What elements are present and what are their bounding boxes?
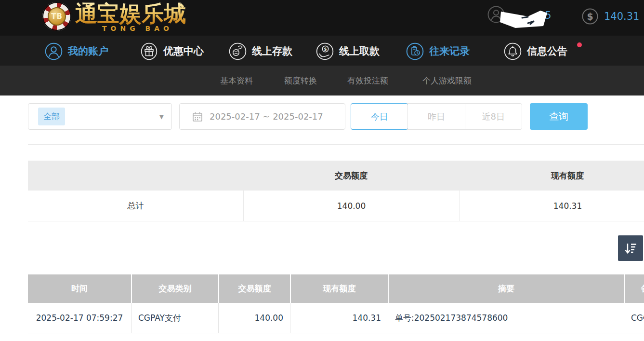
summary-header-blank <box>28 161 243 191</box>
sub-nav: 基本资料 额度转换 有效投注额 个人游戏限额 <box>0 66 644 95</box>
balance-amount: 140.31 <box>604 11 639 22</box>
nav-item-online-withdrawal[interactable]: $ 线上取款 <box>316 36 380 66</box>
summary-table: 交易额度 现有额度 总计 140.00 140.31 <box>28 161 644 221</box>
records-icon <box>406 42 424 60</box>
nav-label: 信息公告 <box>527 44 567 58</box>
nav-label: 我的账户 <box>68 44 108 58</box>
chevron-down-icon: ▼ <box>159 113 164 120</box>
chip-logo-icon: TB <box>42 2 71 31</box>
svg-text:$: $ <box>587 11 593 22</box>
col-header-current-amount: 现有额度 <box>290 274 388 303</box>
selected-type-chip: 全部 <box>38 108 65 125</box>
sort-descending-button[interactable] <box>618 235 643 261</box>
summary-total-label: 总计 <box>28 191 243 221</box>
balance-display: $ 140.31 RMB <box>582 7 644 26</box>
nav-item-announcements[interactable]: 信息公告 <box>504 36 567 66</box>
subnav-valid-bets[interactable]: 有效投注额 <box>347 66 388 95</box>
bell-icon <box>504 42 522 60</box>
quick-yesterday-button[interactable]: 昨日 <box>407 104 464 129</box>
date-range-value: 2025-02-17 ~ 2025-02-17 <box>210 111 323 122</box>
col-header-trade-amount: 交易额度 <box>218 274 290 303</box>
subnav-quota-transfer[interactable]: 额度转换 <box>284 66 317 95</box>
col-header-remark: 备注 <box>624 274 644 303</box>
table-header-row: 时间 交易类别 交易额度 现有额度 摘要 备注 <box>28 274 644 303</box>
nav-item-online-deposit[interactable]: 线上存款 <box>229 36 292 66</box>
section-divider <box>28 144 644 145</box>
quick-last8days-button[interactable]: 近8日 <box>465 104 522 129</box>
nav-item-promotions[interactable]: 优惠中心 <box>140 36 204 66</box>
withdraw-icon: $ <box>316 42 334 60</box>
summary-total-row: 总计 140.00 140.31 <box>28 191 644 221</box>
quick-today-button[interactable]: 今日 <box>351 103 408 130</box>
summary-header-trade-amount: 交易额度 <box>243 161 459 191</box>
chip-logo-monogram: TB <box>48 7 66 26</box>
svg-text:$: $ <box>324 47 327 52</box>
notification-dot <box>577 42 582 47</box>
top-bar: TB 通宝娱乐城 TONG BAO 25 $ 140.31 RMB <box>0 0 644 36</box>
col-header-summary: 摘要 <box>388 274 624 303</box>
summary-balance-value: 140.31 <box>459 191 644 221</box>
summary-header-row: 交易额度 现有额度 <box>28 161 644 191</box>
summary-header-current-amount: 现有额度 <box>459 161 644 191</box>
nav-label: 线上存款 <box>252 44 292 58</box>
nav-label: 往来记录 <box>429 44 470 58</box>
transaction-type-select[interactable]: 全部 ▼ <box>28 103 172 130</box>
redaction-scribble <box>500 7 551 29</box>
col-header-type: 交易类别 <box>131 274 218 303</box>
query-button[interactable]: 查询 <box>530 103 588 130</box>
gift-icon <box>140 42 158 60</box>
cell-time: 2025-02-17 07:59:27 <box>28 303 131 333</box>
quick-date-group: 今日 昨日 近8日 <box>351 103 522 130</box>
deposit-icon <box>229 42 247 60</box>
subnav-game-limits[interactable]: 个人游戏限额 <box>422 66 472 95</box>
brand-subtitle: TONG BAO <box>102 25 173 32</box>
cell-trade-amount: 140.00 <box>218 303 290 333</box>
nav-item-transaction-records[interactable]: 往来记录 <box>406 36 470 66</box>
summary-trade-value: 140.00 <box>243 191 459 221</box>
account-icon <box>45 42 63 60</box>
cell-summary: 单号:202502173874578600 <box>388 303 624 333</box>
nav-label: 线上取款 <box>339 44 380 58</box>
table-row: 2025-02-17 07:59:27 CGPAY支付 140.00 140.3… <box>28 303 644 333</box>
cell-remark: CG钱包 <box>624 303 644 333</box>
sort-descending-icon <box>623 242 638 255</box>
brand-logo[interactable]: TB 通宝娱乐城 TONG BAO <box>42 1 216 35</box>
calendar-icon <box>192 111 203 122</box>
dollar-coin-icon: $ <box>582 8 598 25</box>
subnav-basic-info[interactable]: 基本资料 <box>220 66 253 95</box>
cell-type: CGPAY支付 <box>131 303 218 333</box>
cell-current-amount: 140.31 <box>290 303 388 333</box>
nav-item-my-account[interactable]: 我的账户 <box>45 36 108 66</box>
date-range-input[interactable]: 2025-02-17 ~ 2025-02-17 <box>179 103 345 130</box>
col-header-time: 时间 <box>28 274 131 303</box>
transactions-table: 时间 交易类别 交易额度 现有额度 摘要 备注 2025-02-17 07:59… <box>28 274 644 333</box>
nav-label: 优惠中心 <box>163 44 204 58</box>
user-account-menu[interactable]: 25 <box>487 6 574 28</box>
main-nav: 我的账户 优惠中心 线上存款 $ 线上取款 <box>0 36 644 66</box>
